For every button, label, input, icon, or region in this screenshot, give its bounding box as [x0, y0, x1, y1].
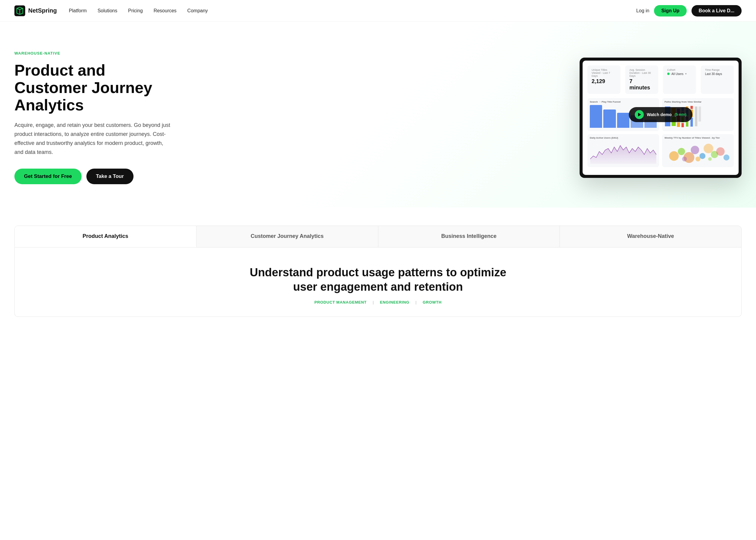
svg-point-30: [696, 157, 700, 161]
chart-3-title: Daily Active Users (DAU): [590, 137, 657, 139]
nav-resources[interactable]: Resources: [154, 8, 177, 14]
tabs-header: Product Analytics Customer Journey Analy…: [14, 225, 742, 247]
svg-point-28: [724, 155, 730, 161]
svg-point-27: [716, 147, 725, 156]
dashboard-charts: Search → Play Title Funnel Paths Startin…: [587, 98, 734, 131]
content-headline: Understand product usage patterns to opt…: [27, 265, 729, 294]
svg-point-23: [691, 146, 699, 154]
metric-3-label: Cohort: [667, 68, 692, 71]
tabs-section: Product Analytics Customer Journey Analy…: [0, 207, 756, 317]
play-button[interactable]: [635, 110, 644, 119]
play-icon: [638, 113, 641, 116]
hero-title: Product and Customer Journey Analytics: [14, 62, 171, 114]
navbar: NetSpring Platform Solutions Pricing Res…: [0, 0, 756, 22]
signup-button[interactable]: Sign Up: [654, 5, 687, 17]
bubble-chart: [665, 141, 731, 164]
svg-rect-19: [699, 106, 701, 121]
logo[interactable]: NetSpring: [14, 5, 57, 16]
metric-time-range: Time Range Last 30 days: [701, 66, 734, 94]
dashboard-metrics: Unique Titles Viewed - Last 7 Days 2,129…: [587, 66, 734, 94]
brand-name: NetSpring: [28, 7, 57, 14]
metric-cohort: Cohort All Users ▾: [663, 66, 696, 94]
metric-2-label: Avg. Session Duration - Last 30 Days: [629, 68, 654, 77]
line-chart: [590, 141, 657, 164]
svg-rect-6: [677, 122, 680, 127]
cohort-dot: [667, 72, 670, 75]
chart-2-title: Paths Starting from View Similar: [665, 100, 731, 103]
nav-company[interactable]: Company: [187, 8, 207, 14]
watch-demo-badge[interactable]: Watch demo (5 min): [629, 107, 693, 122]
chart-1-title: Search → Play Title Funnel: [590, 100, 657, 103]
nav-links: Platform Solutions Pricing Resources Com…: [69, 8, 636, 14]
tag-product-management: PRODUCT MANAGEMENT: [315, 300, 367, 305]
get-started-button[interactable]: Get Started for Free: [14, 169, 81, 184]
cohort-dropdown-icon[interactable]: ▾: [685, 72, 687, 75]
watch-demo-time: (5 min): [675, 112, 687, 117]
hero-description: Acquire, engage, and retain your best cu…: [14, 121, 171, 157]
tag-engineering: ENGINEERING: [380, 300, 409, 305]
tab-warehouse-native[interactable]: Warehouse-Native: [560, 226, 741, 247]
nav-pricing[interactable]: Pricing: [128, 8, 143, 14]
chart-4-title: Weekly TTV by Number of Titles Viewed - …: [665, 137, 731, 139]
tab-product-analytics[interactable]: Product Analytics: [15, 226, 196, 247]
metric-unique-titles: Unique Titles Viewed - Last 7 Days 2,129: [587, 66, 620, 94]
hero-section: WAREHOUSE-NATIVE Product and Customer Jo…: [0, 22, 756, 207]
tabs-content: Understand product usage patterns to opt…: [14, 247, 742, 317]
metric-2-value: 7 minutes: [629, 78, 654, 91]
svg-rect-15: [691, 106, 693, 109]
bar-2: [603, 109, 616, 128]
dashboard-mockup: Unique Titles Viewed - Last 7 Days 2,129…: [579, 58, 742, 178]
metric-4-label: Time Range: [705, 68, 730, 71]
svg-point-25: [704, 144, 713, 153]
dashboard-inner: Unique Titles Viewed - Last 7 Days 2,129…: [582, 61, 739, 175]
chart-dau: Daily Active Users (DAU): [587, 134, 659, 167]
login-button[interactable]: Log in: [636, 8, 650, 14]
svg-point-29: [682, 157, 687, 161]
svg-point-21: [678, 148, 685, 155]
tab-business-intelligence[interactable]: Business Intelligence: [378, 226, 560, 247]
chart-bubble: Weekly TTV by Number of Titles Viewed - …: [662, 134, 734, 167]
watch-demo-label: Watch demo: [647, 112, 672, 117]
hero-right: Unique Titles Viewed - Last 7 Days 2,129…: [171, 58, 742, 178]
svg-rect-10: [682, 123, 684, 127]
tag-sep-2: |: [416, 300, 417, 305]
svg-point-31: [708, 157, 712, 161]
bar-1: [590, 105, 602, 128]
nav-right: Log in Sign Up Book a Live D...: [636, 5, 742, 17]
take-tour-button[interactable]: Take a Tour: [86, 169, 134, 184]
tab-customer-journey[interactable]: Customer Journey Analytics: [196, 226, 378, 247]
nav-platform[interactable]: Platform: [69, 8, 87, 14]
content-tags: PRODUCT MANAGEMENT | ENGINEERING | GROWT…: [27, 300, 729, 305]
svg-point-20: [669, 151, 679, 161]
dashboard-charts-bottom: Daily Active Users (DAU): [587, 134, 734, 167]
cohort-row: All Users ▾: [667, 72, 692, 75]
logo-icon: [14, 5, 25, 16]
metric-1-label: Unique Titles Viewed - Last 7 Days: [591, 68, 616, 77]
time-range-value: Last 30 days: [705, 72, 730, 75]
cohort-value: All Users: [672, 72, 684, 75]
bar-3: [617, 113, 629, 127]
book-demo-button[interactable]: Book a Live D...: [692, 5, 742, 17]
hero-badge: WAREHOUSE-NATIVE: [14, 51, 171, 56]
hero-left: WAREHOUSE-NATIVE Product and Customer Jo…: [14, 51, 171, 184]
svg-rect-18: [695, 106, 697, 126]
nav-solutions[interactable]: Solutions: [97, 8, 117, 14]
metric-session-duration: Avg. Session Duration - Last 30 Days 7 m…: [625, 66, 658, 94]
svg-point-24: [699, 153, 705, 159]
tag-sep-1: |: [373, 300, 374, 305]
metric-1-value: 2,129: [591, 78, 616, 84]
tag-growth: GROWTH: [423, 300, 441, 305]
hero-actions: Get Started for Free Take a Tour: [14, 169, 171, 184]
